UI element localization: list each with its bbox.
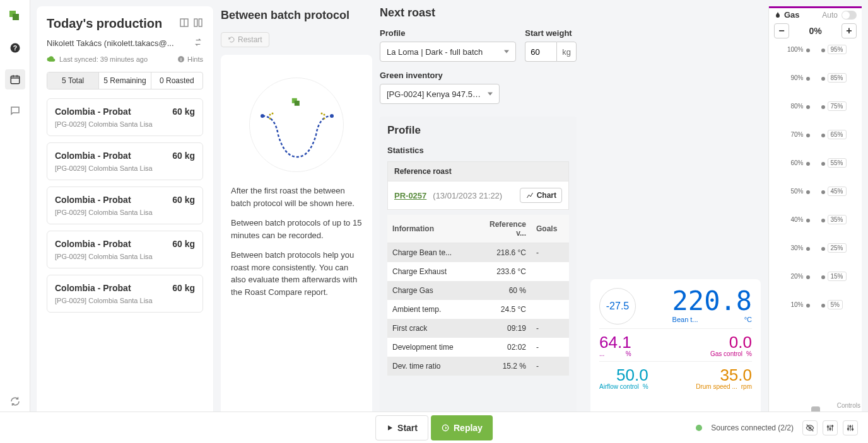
statistics-title: Statistics <box>387 146 569 155</box>
gas-plus-button[interactable]: + <box>842 23 857 38</box>
profile-section: Profile Statistics Reference roast PR-02… <box>380 117 577 437</box>
svg-point-12 <box>269 118 271 120</box>
reference-roast-header: Reference roast <box>387 161 569 181</box>
airflow-value: 50.0 <box>599 367 648 383</box>
reference-roast-link[interactable]: PR-0257 <box>394 191 426 200</box>
start-weight-unit: kg <box>556 42 577 62</box>
seg-total[interactable]: 5 Total <box>47 72 99 89</box>
stats-table: Information Reference v... Goals Charge … <box>387 215 569 376</box>
svg-point-13 <box>324 114 326 116</box>
protocol-text-3: Between batch protocols help you roast m… <box>231 249 362 298</box>
col-reference: Reference v... <box>474 215 531 243</box>
gas-label: Gas <box>774 10 800 20</box>
batch-card[interactable]: Colombia - Probat60 kg[PG-0029] Colombia… <box>47 142 203 180</box>
help-icon[interactable]: ? <box>5 38 25 58</box>
svg-text:?: ? <box>13 44 16 52</box>
protocol-title: Between batch protocol <box>221 6 372 25</box>
hidden-metric-value: 64.1 <box>599 334 631 350</box>
cloud-icon <box>47 54 56 64</box>
stats-row: Dev. time ratio15.2 %- <box>387 357 569 376</box>
rate-dial: -27.5 <box>599 288 636 325</box>
svg-point-22 <box>850 425 851 427</box>
bean-temp-value: 220.8 <box>672 288 752 314</box>
auto-label: Auto <box>822 11 838 20</box>
reference-roast-date: (13/01/2023 21:22) <box>433 191 502 200</box>
switch-user-icon[interactable] <box>193 37 203 49</box>
footer: Start Replay Sources connected (2/2) Con… <box>0 411 868 443</box>
sidebar-nav: ? <box>0 0 30 443</box>
next-roast-column: Next roast Profile La Loma | Dark - full… <box>380 6 577 437</box>
gas-minus-button[interactable]: − <box>774 23 789 38</box>
svg-point-19 <box>830 428 831 429</box>
start-weight-label: Start weight <box>525 28 577 38</box>
flame-icon <box>774 11 782 20</box>
stats-row: Charge Bean te...218.6 °C- <box>387 243 569 263</box>
chart-button[interactable]: Chart <box>520 188 562 203</box>
svg-point-23 <box>852 429 853 430</box>
svg-rect-5 <box>199 19 202 26</box>
counts-segmented: 5 Total 5 Remaining 0 Roasted <box>47 72 203 89</box>
svg-point-9 <box>330 114 334 118</box>
green-inventory-label: Green inventory <box>380 71 577 80</box>
user-label: Nikolett Takács (nikolett.takacs@... <box>47 38 174 48</box>
svg-text:i: i <box>180 57 182 62</box>
gas-control-value: 0.0 <box>710 334 752 350</box>
batch-card[interactable]: Colombia - Probat60 kg[PG-0029] Colombia… <box>47 187 203 224</box>
bean-temp-label: Bean t... <box>672 316 698 323</box>
svg-rect-2 <box>11 76 20 84</box>
start-button[interactable]: Start <box>375 415 428 440</box>
drum-speed-value: 35.0 <box>696 367 752 383</box>
replay-button[interactable]: Replay <box>431 415 493 440</box>
start-weight-input[interactable] <box>525 42 556 62</box>
stats-row: Development time02:02- <box>387 338 569 357</box>
protocol-text-1: After the first roast the between batch … <box>231 185 362 209</box>
production-title: Today's production <box>47 16 162 31</box>
svg-point-10 <box>269 114 271 116</box>
layout-icon-1[interactable] <box>179 18 189 30</box>
gas-panel: Gas Auto − 0% + 100%90%80%70%60%50%40%30… <box>768 6 862 437</box>
production-panel: Today's production Nikolett Takács (niko… <box>37 6 213 437</box>
col-goals: Goals <box>531 215 569 243</box>
gas-slider[interactable]: 100%90%80%70%60%50%40%30%20%10% 95%85%75… <box>774 43 857 433</box>
batch-card[interactable]: Colombia - Probat60 kg[PG-0029] Colombia… <box>47 231 203 268</box>
protocol-illustration <box>249 78 344 172</box>
protocol-text-2: Between batch protocols of up to 15 minu… <box>231 217 362 241</box>
stats-row: First crack09:19- <box>387 319 569 338</box>
logo-icon[interactable] <box>5 6 25 26</box>
seg-remaining[interactable]: 5 Remaining <box>99 72 151 89</box>
chat-icon[interactable] <box>5 101 25 121</box>
layout-icon-2[interactable] <box>193 18 203 30</box>
auto-toggle[interactable] <box>842 11 857 20</box>
svg-point-11 <box>272 113 274 115</box>
sources-label: Sources connected (2/2) <box>711 423 794 432</box>
last-synced-label: Last synced: 39 minutes ago <box>59 55 148 63</box>
calendar-icon[interactable] <box>5 69 25 89</box>
next-roast-title: Next roast <box>380 6 577 20</box>
stats-row: Charge Exhaust233.6 °C <box>387 262 569 281</box>
visibility-icon[interactable] <box>802 420 818 435</box>
sliders-icon-2[interactable] <box>843 420 858 435</box>
batch-card[interactable]: Colombia - Probat60 kg[PG-0029] Colombia… <box>47 275 203 313</box>
restart-button[interactable]: Restart <box>221 32 269 47</box>
batch-list: Colombia - Probat60 kg[PG-0029] Colombia… <box>47 98 203 427</box>
batch-card[interactable]: Colombia - Probat60 kg[PG-0029] Colombia… <box>47 98 203 136</box>
svg-rect-4 <box>194 19 197 26</box>
bean-temp-unit: °C <box>744 316 752 323</box>
profile-select[interactable]: La Loma | Dark - full batch <box>380 42 516 62</box>
stats-row: Ambient temp.24.5 °C <box>387 300 569 319</box>
profile-label: Profile <box>380 28 516 38</box>
gas-current-value: 0% <box>809 26 821 36</box>
sliders-icon-1[interactable] <box>823 420 838 435</box>
protocol-column: Between batch protocol Restart <box>221 6 372 437</box>
svg-point-21 <box>847 428 848 429</box>
sources-status-dot <box>696 425 702 431</box>
svg-point-14 <box>321 113 323 115</box>
green-inventory-select[interactable]: [PG-0024] Kenya 947.5 KG <box>380 84 500 104</box>
hints-button[interactable]: i Hints <box>177 55 203 63</box>
col-information: Information <box>387 215 474 243</box>
seg-roasted[interactable]: 0 Roasted <box>151 72 202 89</box>
svg-point-18 <box>827 426 828 427</box>
sync-icon[interactable] <box>5 391 25 411</box>
svg-point-20 <box>831 425 833 426</box>
controls-label: Controls <box>837 402 860 409</box>
